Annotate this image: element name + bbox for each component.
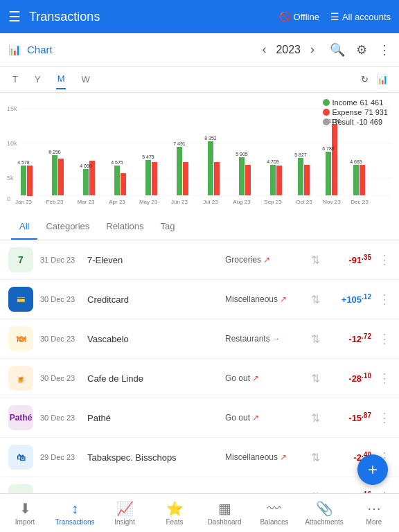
- result-value: -10 469: [357, 118, 382, 126]
- svg-rect-12: [58, 159, 64, 195]
- tab-M[interactable]: M: [56, 69, 66, 89]
- svg-text:4 575: 4 575: [111, 160, 123, 165]
- result-label: Result: [332, 118, 354, 126]
- cat-arrow-icon: ↗: [252, 373, 259, 383]
- accounts-selector[interactable]: ☰ All accounts: [330, 11, 391, 22]
- tx-amount: -28.10: [330, 372, 371, 384]
- bar-chart-icon[interactable]: 📊: [377, 74, 388, 85]
- tab-W[interactable]: W: [80, 70, 91, 89]
- svg-rect-8: [21, 166, 26, 195]
- result-legend: Result -10 469: [323, 118, 388, 126]
- search-icon[interactable]: 🔍: [330, 42, 345, 57]
- nav-dashboard[interactable]: ▦ Dashboard: [200, 496, 249, 530]
- svg-text:5 905: 5 905: [236, 152, 248, 157]
- cat-tab-relations[interactable]: Relations: [98, 214, 152, 240]
- filter-icon[interactable]: ⚙: [356, 42, 367, 57]
- sort-icon[interactable]: ⇅: [311, 451, 320, 464]
- svg-rect-36: [304, 165, 310, 195]
- accounts-label: All accounts: [342, 12, 391, 22]
- expense-label: Expense: [332, 108, 362, 116]
- nav-feats-label: Feats: [166, 518, 183, 526]
- nav-transactions[interactable]: ↕ Transactions: [50, 497, 100, 530]
- sort-icon[interactable]: ⇅: [311, 293, 320, 306]
- nav-import-label: Import: [15, 518, 35, 526]
- tx-date: 29 Dec 23: [40, 453, 80, 461]
- tx-amount: -15.87: [330, 411, 371, 423]
- chart-tab[interactable]: 📊 Chart: [8, 44, 258, 56]
- cat-arrow-icon: ↗: [252, 413, 259, 423]
- svg-rect-30: [245, 165, 251, 195]
- more-options-button[interactable]: ⋮: [378, 292, 391, 307]
- expense-dot: [323, 109, 330, 116]
- sort-icon[interactable]: ⇅: [311, 332, 320, 346]
- more-options-button[interactable]: ⋮: [378, 252, 391, 267]
- table-row: 7 31 Dec 23 7-Eleven Groceries ↗ ⇅ -91.3…: [0, 240, 399, 280]
- nav-transactions-label: Transactions: [55, 518, 95, 526]
- svg-text:4 709: 4 709: [267, 159, 279, 164]
- header-right: 🚫 Offline ☰ All accounts: [279, 11, 391, 22]
- merchant-logo: 7: [8, 247, 33, 272]
- chart-view-icons: ↻ 📊: [361, 74, 388, 85]
- svg-text:7 491: 7 491: [173, 141, 186, 146]
- time-period-tabs: T Y M W ↻ 📊: [0, 66, 399, 93]
- tab-T[interactable]: T: [11, 70, 19, 89]
- cat-tab-tag[interactable]: Tag: [152, 214, 184, 240]
- svg-rect-43: [360, 165, 365, 195]
- nav-import[interactable]: ⬇ Import: [0, 496, 50, 530]
- nav-attachments[interactable]: 📎 Attachments: [299, 496, 349, 530]
- cat-tab-all[interactable]: All: [11, 214, 37, 240]
- more-options-button[interactable]: ⋮: [378, 410, 391, 425]
- next-year-button[interactable]: ›: [306, 41, 319, 58]
- tab-Y[interactable]: Y: [33, 70, 42, 89]
- sub-header: 📊 Chart ‹ 2023 › 🔍 ⚙ ⋮: [0, 33, 399, 66]
- nav-feats[interactable]: ⭐ Feats: [150, 496, 200, 530]
- chart-icon: 📊: [8, 44, 21, 56]
- svg-text:Feb 23: Feb 23: [46, 199, 64, 205]
- nav-balances-label: Balances: [260, 518, 288, 526]
- tx-category: Go out ↗: [225, 413, 301, 423]
- income-legend: Income 61 461: [323, 98, 388, 107]
- svg-text:Jan 23: Jan 23: [15, 199, 33, 205]
- merchant-logo: 💳: [8, 287, 33, 312]
- add-transaction-button[interactable]: +: [357, 454, 388, 485]
- svg-text:4 683: 4 683: [350, 159, 362, 164]
- tx-date: 30 Dec 23: [40, 414, 80, 422]
- tx-amount: +105.12: [330, 293, 371, 305]
- nav-more-label: More: [366, 518, 382, 526]
- sort-icon[interactable]: ⇅: [311, 411, 320, 425]
- merchant-logo: Pathé: [8, 405, 33, 430]
- svg-text:Dec 23: Dec 23: [351, 199, 369, 205]
- tx-category: Miscellaneous ↗: [225, 294, 301, 304]
- app-header: ☰ Transactions 🚫 Offline ☰ All accounts: [0, 0, 399, 33]
- insight-icon: 📈: [116, 500, 134, 517]
- more-options-button[interactable]: ⋮: [378, 331, 391, 346]
- income-label: Income: [332, 98, 357, 107]
- svg-text:15k: 15k: [7, 105, 17, 112]
- bottom-navigation: ⬇ Import ↕ Transactions 📈 Insight ⭐ Feat…: [0, 493, 399, 532]
- more-icon[interactable]: ⋮: [378, 42, 391, 57]
- svg-text:4 090: 4 090: [80, 163, 92, 168]
- nav-insight[interactable]: 📈 Insight: [100, 496, 150, 530]
- cat-tab-categories[interactable]: Categories: [37, 214, 98, 240]
- svg-rect-14: [83, 169, 89, 195]
- svg-rect-33: [276, 166, 282, 195]
- income-dot: [323, 99, 330, 106]
- tx-name: 7-Eleven: [87, 255, 218, 265]
- nav-more[interactable]: ⋯ More: [349, 496, 399, 530]
- merchant-logo: 🍺: [8, 366, 33, 391]
- nav-balances[interactable]: 〰 Balances: [249, 497, 299, 530]
- refresh-icon[interactable]: ↻: [361, 74, 369, 85]
- result-dot: [323, 118, 330, 125]
- svg-rect-9: [27, 166, 33, 196]
- sort-icon[interactable]: ⇅: [311, 254, 320, 267]
- sort-icon[interactable]: ⇅: [311, 372, 320, 385]
- tx-name: Vascabelo: [87, 334, 218, 344]
- menu-icon[interactable]: ☰: [8, 8, 21, 25]
- prev-year-button[interactable]: ‹: [258, 41, 270, 58]
- more-options-button[interactable]: ⋮: [378, 371, 391, 386]
- category-tabs: All Categories Relations Tag: [0, 214, 399, 240]
- svg-text:Mar 23: Mar 23: [78, 199, 95, 205]
- svg-rect-38: [326, 152, 331, 195]
- nav-dashboard-label: Dashboard: [208, 518, 242, 526]
- svg-rect-18: [121, 173, 126, 195]
